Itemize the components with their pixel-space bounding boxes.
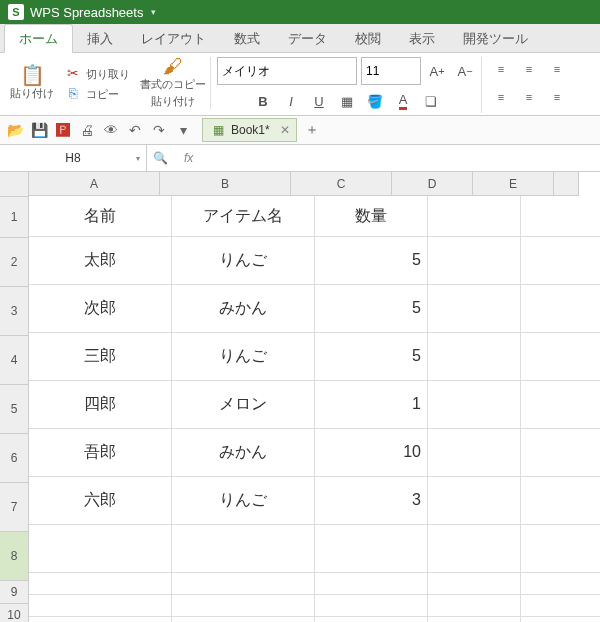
save-icon[interactable]: 💾 bbox=[30, 121, 48, 139]
cell[interactable] bbox=[428, 594, 521, 617]
tab-data[interactable]: データ bbox=[274, 25, 341, 52]
cell[interactable]: みかん bbox=[172, 428, 315, 477]
cell[interactable] bbox=[172, 594, 315, 617]
cell[interactable] bbox=[428, 616, 521, 622]
align-bottom-icon[interactable]: ≡ bbox=[544, 57, 568, 81]
font-size-select[interactable] bbox=[361, 57, 421, 85]
cell[interactable]: 名前 bbox=[29, 196, 172, 237]
cell[interactable]: 太郎 bbox=[29, 236, 172, 285]
cell[interactable] bbox=[172, 616, 315, 622]
paste-icon[interactable]: 📋 bbox=[23, 66, 41, 84]
borders-button[interactable]: ▦ bbox=[335, 89, 359, 113]
format-painter-icon[interactable]: 🖌 bbox=[164, 57, 182, 75]
bold-button[interactable]: B bbox=[251, 89, 275, 113]
cell[interactable]: 次郎 bbox=[29, 284, 172, 333]
cell[interactable] bbox=[521, 616, 600, 622]
cut-icon[interactable]: ✂ bbox=[64, 64, 82, 82]
cell[interactable]: 吾郎 bbox=[29, 428, 172, 477]
align-middle-icon[interactable]: ≡ bbox=[516, 57, 540, 81]
col-header-F[interactable] bbox=[554, 172, 579, 196]
cell[interactable] bbox=[428, 236, 521, 285]
col-header-D[interactable]: D bbox=[392, 172, 473, 196]
spreadsheet-grid[interactable]: 1234567891011 A B C D E 名前アイテム名数量太郎りんご5次… bbox=[0, 172, 600, 622]
cell[interactable]: アイテム名 bbox=[172, 196, 315, 237]
select-all-corner[interactable] bbox=[0, 172, 29, 197]
cell[interactable] bbox=[315, 616, 428, 622]
cell[interactable] bbox=[428, 572, 521, 595]
align-top-icon[interactable]: ≡ bbox=[488, 57, 512, 81]
cell[interactable] bbox=[521, 572, 600, 595]
cell[interactable]: メロン bbox=[172, 380, 315, 429]
cell[interactable] bbox=[29, 616, 172, 622]
document-tab[interactable]: ▦ Book1* ✕ bbox=[202, 118, 297, 142]
cell[interactable] bbox=[521, 594, 600, 617]
cell[interactable] bbox=[315, 572, 428, 595]
cell[interactable]: りんご bbox=[172, 236, 315, 285]
row-header[interactable]: 10 bbox=[0, 604, 29, 622]
cell[interactable]: 5 bbox=[315, 236, 428, 285]
cell[interactable] bbox=[521, 196, 600, 237]
cell[interactable] bbox=[315, 594, 428, 617]
cell[interactable] bbox=[521, 332, 600, 381]
cell[interactable] bbox=[29, 524, 172, 573]
col-header-E[interactable]: E bbox=[473, 172, 554, 196]
cell[interactable] bbox=[521, 524, 600, 573]
cell[interactable]: 数量 bbox=[315, 196, 428, 237]
tab-developer[interactable]: 開発ツール bbox=[449, 25, 542, 52]
row-header[interactable]: 7 bbox=[0, 483, 29, 532]
fx-label[interactable]: fx bbox=[174, 151, 203, 165]
tab-home[interactable]: ホーム bbox=[4, 24, 73, 53]
print-preview-icon[interactable]: 👁 bbox=[102, 121, 120, 139]
cell[interactable]: みかん bbox=[172, 284, 315, 333]
name-box-caret-icon[interactable]: ▾ bbox=[136, 154, 140, 163]
cell[interactable] bbox=[29, 594, 172, 617]
font-family-select[interactable] bbox=[217, 57, 357, 85]
cell[interactable] bbox=[172, 572, 315, 595]
cell[interactable] bbox=[521, 428, 600, 477]
tab-formulas[interactable]: 数式 bbox=[220, 25, 274, 52]
tab-insert[interactable]: 挿入 bbox=[73, 25, 127, 52]
decrease-font-icon[interactable]: A− bbox=[453, 59, 477, 83]
name-box[interactable]: H8 ▾ bbox=[0, 145, 147, 171]
cell[interactable] bbox=[521, 236, 600, 285]
tab-view[interactable]: 表示 bbox=[395, 25, 449, 52]
cell[interactable] bbox=[521, 476, 600, 525]
cell[interactable] bbox=[428, 332, 521, 381]
row-header[interactable]: 5 bbox=[0, 385, 29, 434]
increase-font-icon[interactable]: A+ bbox=[425, 59, 449, 83]
align-left-icon[interactable]: ≡ bbox=[488, 85, 512, 109]
close-tab-icon[interactable]: ✕ bbox=[280, 123, 290, 137]
col-header-C[interactable]: C bbox=[291, 172, 392, 196]
cell[interactable]: 三郎 bbox=[29, 332, 172, 381]
cell[interactable]: 5 bbox=[315, 284, 428, 333]
highlight-button[interactable]: ❏ bbox=[419, 89, 443, 113]
tab-review[interactable]: 校閲 bbox=[341, 25, 395, 52]
row-header[interactable]: 4 bbox=[0, 336, 29, 385]
cell[interactable]: 3 bbox=[315, 476, 428, 525]
cell[interactable]: 四郎 bbox=[29, 380, 172, 429]
font-color-button[interactable]: A bbox=[391, 89, 415, 113]
tab-layout[interactable]: レイアウト bbox=[127, 25, 220, 52]
row-header[interactable]: 3 bbox=[0, 287, 29, 336]
align-center-icon[interactable]: ≡ bbox=[516, 85, 540, 109]
qat-more-icon[interactable]: ▾ bbox=[174, 121, 192, 139]
cell[interactable] bbox=[428, 476, 521, 525]
cell[interactable] bbox=[428, 524, 521, 573]
cell[interactable] bbox=[428, 196, 521, 237]
cell[interactable]: りんご bbox=[172, 332, 315, 381]
search-icon[interactable]: 🔍 bbox=[147, 151, 174, 165]
col-header-A[interactable]: A bbox=[29, 172, 160, 196]
cell[interactable]: りんご bbox=[172, 476, 315, 525]
cell[interactable] bbox=[172, 524, 315, 573]
row-header[interactable]: 9 bbox=[0, 581, 29, 604]
cell[interactable]: 六郎 bbox=[29, 476, 172, 525]
cell[interactable] bbox=[428, 380, 521, 429]
cell[interactable] bbox=[521, 284, 600, 333]
app-menu-caret-icon[interactable]: ▾ bbox=[151, 7, 156, 17]
cell[interactable]: 1 bbox=[315, 380, 428, 429]
underline-button[interactable]: U bbox=[307, 89, 331, 113]
undo-icon[interactable]: ↶ bbox=[126, 121, 144, 139]
fill-color-button[interactable]: 🪣 bbox=[363, 89, 387, 113]
row-header[interactable]: 2 bbox=[0, 238, 29, 287]
cell[interactable]: 5 bbox=[315, 332, 428, 381]
